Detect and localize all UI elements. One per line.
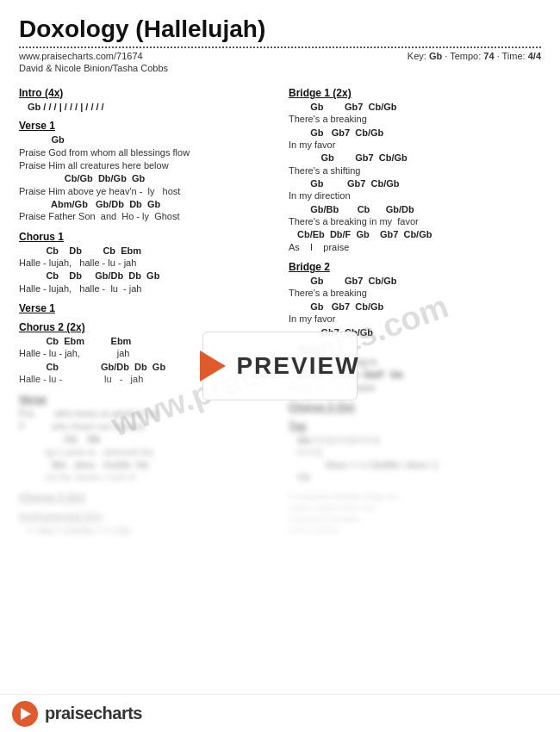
bridge2-section: Bridge 2 Gb Gb7 Cb/Gb There's a breaking… [289, 261, 541, 338]
verse1b-label: Verse 1 [19, 302, 271, 314]
verse1-label: Verse 1 [19, 120, 271, 132]
chorus1-lyric-1: Halle - lujah, halle - lu - jah [19, 257, 271, 270]
bridge1-lyric-3: There's a shifting [289, 164, 541, 177]
chorus2b-section: Chorus 2 (2x) [19, 492, 271, 504]
bridge1-chord-2: Gb Gb7 Cb/Gb [289, 127, 541, 139]
verse1-chord-3: Abm/Gb Gb/Db Db Gb [19, 198, 271, 210]
preview-text: PREVIEW [236, 352, 359, 380]
instrumental-label: Instrumental (2x) [19, 511, 271, 523]
bridge1-chord-5: Gb/Bb Cb Gb/Db [289, 203, 541, 215]
verse1-lyric-4: Praise Father Son and Ho - ly Ghost [19, 210, 271, 223]
chorus1-chord-1: Cb Db Cb Ebm [19, 245, 271, 257]
verse1-lyric-2: Praise Him all creatures here below [19, 159, 271, 172]
tag-chords: Gb / / / | / / / | / / / / | [289, 434, 541, 446]
play-icon [200, 350, 226, 382]
bridge1-label: Bridge 1 (2x) [289, 87, 541, 99]
preview-overlay[interactable]: PREVIEW [202, 332, 358, 400]
verse1-lyric-1: Praise God from whom all blessings flow [19, 146, 271, 159]
bridge1-lyric-2: In my favor [289, 139, 541, 152]
bottom-bar: praisecharts [0, 694, 560, 732]
bridge2-chord-2: Gb Gb7 Cb/Gb [289, 301, 541, 313]
intro-chords: Gb / / / | / / / | / / / / [19, 101, 271, 113]
blurred-left: Verse Pra who loves us great or sp P who… [19, 394, 271, 537]
instrumental-chords: / / Gb7 | Cb/Gb / / / | Gb [19, 524, 271, 537]
intro-section: Intro (4x) Gb / / / | / / / | / / / / [19, 87, 271, 113]
brand-name[interactable]: praisecharts [45, 704, 142, 723]
verse1-chord-2: Cb/Gb Db/Gb Gb [19, 172, 271, 184]
verse1b-section: Verse 1 [19, 302, 271, 314]
col-left: Intro (4x) Gb / / / | / / / | / / / / Ve… [19, 80, 271, 542]
col-right: Bridge 1 (2x) Gb Gb7 Cb/Gb There's a bre… [289, 80, 541, 542]
verse-chord-2: /Bb Abm Cb/Db Db [19, 459, 271, 471]
page-meta: Key: Gb · Tempo: 74 · Time: 4/4 [408, 51, 541, 61]
bridge1-section: Bridge 1 (2x) Gb Gb7 Cb/Gb There's a bre… [289, 87, 541, 254]
verse-lyric-4: od the Savior, Lord of [19, 471, 271, 484]
copyright-text: © Covenant Worship Group, Inc. Admin Cap… [289, 492, 541, 535]
logo-play-icon [21, 708, 31, 720]
verse1-lyric-3: Praise Him above ye heav'n - ly host [19, 185, 271, 198]
bridge1-chord-1: Gb Gb7 Cb/Gb [289, 101, 541, 113]
chorus1-section: Chorus 1 Cb Db Cb Ebm Halle - lujah, hal… [19, 231, 271, 295]
tag-chords4: Gb [289, 471, 541, 483]
page-url: www.praisecharts.com/71674 [19, 51, 143, 61]
bridge2-lyric-2: In my favor [289, 313, 541, 326]
tag-section: Tag Gb / / / | / / / | / / / / | / / / /… [289, 420, 541, 483]
bridge2-chord-1: Gb Gb7 Cb/Gb [289, 275, 541, 287]
bridge1-chord-6: Cb/Eb Db/F Gb Gb7 Cb/Gb [289, 228, 541, 240]
tag-chords2: / / / / | [289, 446, 541, 458]
verse1-chord-1: Gb [19, 133, 271, 146]
chorus1-label: Chorus 1 [19, 231, 271, 243]
verse-lyric-2: P who hears our faintest [19, 420, 271, 433]
dotted-divider [19, 47, 541, 48]
bridge1-chord-3: Gb Gb7 Cb/Gb [289, 152, 541, 164]
page-title: Doxology (Hallelujah) [19, 16, 541, 43]
instrumental-section: Instrumental (2x) / / Gb7 | Cb/Gb / / / … [19, 511, 271, 537]
authors: David & Nicole Binion/Tasha Cobbs [19, 63, 168, 73]
bridge1-lyric-1: There's a breaking [289, 113, 541, 126]
tag-label: Tag [289, 420, 541, 432]
page: Doxology (Hallelujah) www.praisecharts.c… [0, 0, 560, 732]
content-area: Doxology (Hallelujah) www.praisecharts.c… [0, 0, 560, 550]
chorus1-chord-2: Cb Db Gb/Db Db Gb [19, 270, 271, 282]
verse-section: Verse Pra who loves us great or sp P who… [19, 394, 271, 485]
two-col-layout: Intro (4x) Gb / / / | / / / | / / / / Ve… [19, 80, 541, 542]
tag-chords3: Ebm / / / | Gb/Bb / Abm / | [289, 459, 541, 471]
chorus2b-label: Chorus 2 (2x) [19, 492, 271, 504]
authors-row: David & Nicole Binion/Tasha Cobbs [19, 63, 541, 73]
chorus1-lyric-2: Halle - lujah, halle - lu - jah [19, 282, 271, 295]
bridge1-lyric-6: As I praise [289, 241, 541, 254]
bridge1-lyric-5: There's a breaking in my favor [289, 215, 541, 228]
bridge1-lyric-4: In my direction [289, 189, 541, 202]
meta-row: www.praisecharts.com/71674 Key: Gb · Tem… [19, 51, 541, 61]
verse-lyric-3: ign Lamb re - deemed the [19, 446, 271, 459]
intro-label: Intro (4x) [19, 87, 271, 99]
verse1-section: Verse 1 Gb Praise God from whom all bles… [19, 120, 271, 223]
bridge2-lyric-1: There's a breaking [289, 287, 541, 300]
verse-chord-1: Cb Db [19, 433, 271, 445]
chorus2c-section: Chorus 2 (2x) [289, 401, 541, 413]
bridge1-chord-4: Gb Gb7 Cb/Gb [289, 177, 541, 189]
verse-lyric-1: Pra who loves us great or sp [19, 407, 271, 420]
bridge2-label: Bridge 2 [289, 261, 541, 273]
chorus2c-label: Chorus 2 (2x) [289, 401, 541, 413]
logo-circle [12, 701, 38, 727]
